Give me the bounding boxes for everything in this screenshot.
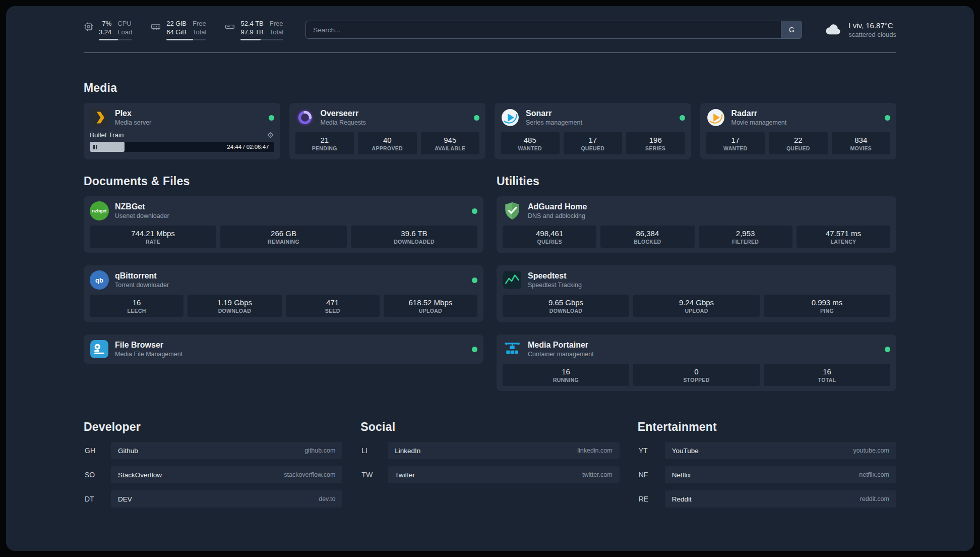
stat-label: LATENCY [798, 239, 889, 245]
stat-label: WANTED [502, 145, 559, 151]
bookmark-abbr: LI [360, 447, 388, 455]
stat-label: AVAILABLE [422, 145, 479, 151]
bookmark-abbr: SO [84, 471, 111, 479]
bookmark-url: github.com [304, 447, 335, 454]
service-card-qbittorrent[interactable]: qb qBittorrent Torrent downloader 16 [84, 265, 483, 322]
stat-value: 9.65 Gbps [504, 298, 628, 307]
bookmark-name: Twitter [395, 471, 415, 479]
memory-free-label: Free [193, 19, 206, 28]
section-title-developer: Developer [84, 420, 342, 434]
service-card-sonarr[interactable]: Sonarr Series management 485 WANTED 17 Q… [495, 103, 691, 159]
bookmark-row: DT DEV dev.to [84, 490, 342, 508]
service-name: File Browser [115, 341, 182, 350]
bookmark-link-linkedin[interactable]: LinkedIn linkedin.com [388, 442, 619, 459]
bookmark-link-stackoverflow[interactable]: StackOverflow stackoverflow.com [111, 466, 342, 483]
service-subtitle: Movie management [731, 119, 787, 126]
nzbget-icon: nzbget [90, 201, 109, 220]
service-card-portainer[interactable]: Media Portainer Container management 16 … [497, 335, 896, 391]
search-provider-button[interactable]: G [781, 21, 802, 39]
stat-label: DOWNLOAD [189, 308, 280, 314]
now-playing-widget: Bullet Train ⚙ 24:44 / 02:06:47 [90, 131, 274, 152]
playback-time: 24:44 / 02:06:47 [227, 144, 269, 150]
status-dot-online [472, 208, 477, 214]
radarr-icon [706, 108, 725, 127]
bookmark-group-social: Social LI LinkedIn linkedin.com TW Twitt… [360, 420, 619, 508]
stat-queries: 498,461 QUERIES [503, 226, 596, 248]
stat-approved: 40 APPROVED [358, 132, 417, 154]
bookmark-row: NF Netflix netflix.com [638, 466, 896, 483]
bookmark-row: RE Reddit reddit.com [638, 490, 896, 508]
disk-free-label: Free [270, 19, 283, 28]
stat-label: LEECH [91, 308, 182, 314]
service-subtitle: DNS and adblocking [528, 212, 587, 219]
service-name: Overseerr [321, 109, 366, 118]
bookmark-name: LinkedIn [395, 447, 420, 455]
service-card-adguard[interactable]: AdGuard Home DNS and adblocking 498,461 … [497, 196, 896, 253]
speedtest-icon [503, 270, 522, 290]
service-card-overseerr[interactable]: Overseerr Media Requests 21 PENDING 40 A… [289, 103, 486, 159]
service-card-filebrowser[interactable]: File Browser Media File Management [84, 335, 483, 364]
bookmark-link-netflix[interactable]: Netflix netflix.com [665, 466, 896, 483]
bookmark-link-github[interactable]: Github github.com [111, 442, 342, 459]
service-card-nzbget[interactable]: nzbget NZBGet Usenet downloader 744.21 M… [84, 196, 483, 253]
bookmark-link-youtube[interactable]: YouTube youtube.com [665, 442, 896, 459]
service-subtitle: Media server [115, 119, 151, 126]
cloud-icon [824, 21, 842, 38]
stat-filtered: 2,953 FILTERED [699, 226, 792, 248]
service-card-speedtest[interactable]: Speedtest Speedtest Tracking 9.65 Gbps D… [497, 265, 896, 322]
stat-queued: 17 QUEUED [564, 132, 623, 154]
stat-label: UPLOAD [634, 308, 759, 314]
status-dot-online [269, 115, 274, 121]
stat-wanted: 485 WANTED [501, 132, 560, 154]
filebrowser-icon [90, 340, 109, 359]
stat-label: DOWNLOADED [352, 239, 476, 245]
status-dot-online [680, 115, 685, 121]
resource-widgets: 7% 3.24 CPU Load [84, 19, 283, 40]
stat-value: 47.571 ms [798, 229, 889, 238]
stat-label: MOVIES [833, 145, 890, 151]
stat-pending: 21 PENDING [295, 132, 354, 154]
status-dot-online [474, 115, 479, 121]
bookmark-link-reddit[interactable]: Reddit reddit.com [665, 490, 896, 508]
overseerr-icon [295, 108, 315, 127]
service-name: Sonarr [526, 109, 582, 118]
stat-label: SERIES [627, 145, 684, 151]
service-subtitle: Speedtest Tracking [528, 282, 582, 289]
stat-wanted: 17 WANTED [706, 132, 765, 154]
weather-widget[interactable]: Lviv, 16.87°C scattered clouds [824, 21, 896, 38]
memory-icon [150, 19, 161, 32]
cpu-load-value: 3.24 [99, 28, 111, 36]
stat-label: SEED [287, 308, 379, 314]
portainer-icon [503, 340, 522, 359]
section-title-utilities: Utilities [497, 175, 896, 188]
bookmark-url: stackoverflow.com [284, 471, 335, 478]
service-name: Speedtest [528, 271, 582, 281]
service-card-plex[interactable]: Plex Media server Bullet Train ⚙ [84, 103, 280, 159]
bookmark-abbr: YT [638, 447, 665, 455]
topbar: 7% 3.24 CPU Load [84, 19, 896, 40]
stat-label: RATE [91, 239, 215, 245]
bookmark-link-dev[interactable]: DEV dev.to [111, 490, 342, 508]
bookmark-group-developer: Developer GH Github github.com SO StackO… [84, 420, 342, 508]
service-card-radarr[interactable]: Radarr Movie management 17 WANTED 22 QUE… [700, 103, 897, 159]
bookmark-row: LI LinkedIn linkedin.com [360, 442, 619, 459]
stat-rate: 744.21 Mbps RATE [90, 226, 216, 248]
dashboard-panel: 7% 3.24 CPU Load [6, 6, 974, 551]
service-subtitle: Container management [528, 351, 594, 358]
stat-label: APPROVED [359, 145, 416, 151]
search-input[interactable] [305, 21, 802, 39]
stat-running: 16 RUNNING [503, 364, 629, 386]
bookmark-name: YouTube [672, 447, 699, 455]
bookmark-row: TW Twitter twitter.com [360, 466, 619, 483]
playback-progress-bar[interactable]: 24:44 / 02:06:47 [90, 142, 274, 152]
bookmark-url: dev.to [319, 495, 335, 503]
disk-total-value: 97.9 TB [240, 28, 263, 36]
disk-total-label: Total [270, 28, 283, 36]
stat-value: 9.24 Gbps [634, 298, 759, 307]
section-title-entertainment: Entertainment [638, 420, 896, 434]
stat-label: BLOCKED [601, 239, 693, 245]
pause-icon[interactable] [93, 145, 97, 149]
settings-gear-icon[interactable]: ⚙ [267, 131, 274, 139]
bookmark-link-twitter[interactable]: Twitter twitter.com [388, 466, 619, 483]
section-documents: Documents & Files nzbget NZBGet Usenet d… [84, 175, 483, 391]
